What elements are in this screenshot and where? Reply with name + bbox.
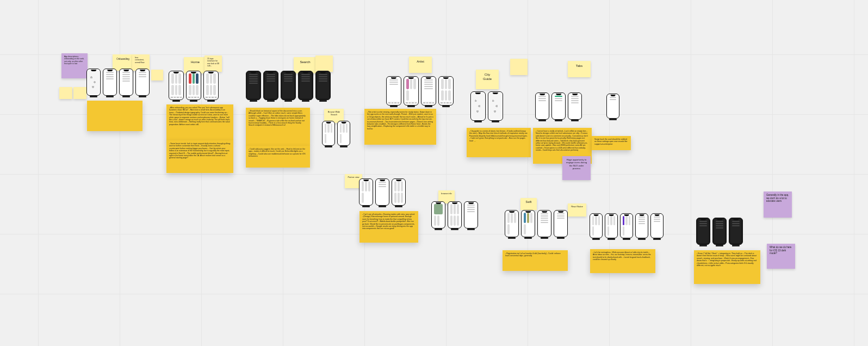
sticky-rn-notes[interactable]: - Let's be not-tagless - Web carouser-Id… <box>590 249 655 273</box>
phones-onboarding <box>86 69 150 96</box>
sticky-cityguide-mini[interactable] <box>510 59 528 75</box>
phones-search <box>246 71 331 100</box>
sticky-search-mini[interactable] <box>315 55 333 72</box>
sticky-search-notes[interactable]: - Should block on historical aspect of t… <box>246 108 310 146</box>
sticky-app-description[interactable]: App descriptions, onboarding on the web,… <box>61 53 88 78</box>
sticky-educate-users[interactable]: Generally in the app, we don't do a lot … <box>764 191 792 218</box>
section-label-tabs[interactable]: Tabs <box>568 61 591 77</box>
phones-tabs <box>535 92 582 120</box>
section-label-swift[interactable]: Swift <box>520 198 537 210</box>
sticky-cityguide-notes[interactable]: - City guide is a series of alarm, but s… <box>467 128 531 157</box>
sticky-home-notes[interactable]: - After onboarding, you are asked "For y… <box>166 104 233 141</box>
sticky-home-side[interactable]: 25 taps minimum for one look at 30 sub..… <box>204 55 222 72</box>
phones-browse-info <box>431 201 478 228</box>
phones-browse-wide <box>322 121 350 146</box>
sticky-darkmode-notes[interactable]: - Know l "full like ! Real-" + integrati… <box>694 250 760 284</box>
sticky-tabs-side[interactable]: Swipe back the card should be subbed on … <box>592 136 631 150</box>
phones-partner <box>359 178 406 206</box>
sticky-onboarding-left-mini2[interactable] <box>73 87 86 99</box>
sticky-swift-notes[interactable]: - Registration isn't of as hassles & did… <box>503 250 568 271</box>
sticky-onboarding-left-mini[interactable] <box>59 87 72 99</box>
sticky-onboarding-notes[interactable] <box>87 101 142 131</box>
sticky-onboarding-phone-tag[interactable] <box>151 70 163 81</box>
sticky-artist-notes-real[interactable]: - Not artist is artist viewing, especial… <box>364 109 436 145</box>
phones-artist <box>386 76 454 106</box>
sticky-nlo-opportunity[interactable]: Huge opportunity to engage users during … <box>562 156 591 180</box>
section-label-cityguide[interactable]: City Guide <box>476 70 499 89</box>
phones-tabs-right <box>606 94 619 119</box>
section-label-artist[interactable]: Artist <box>409 57 432 73</box>
section-label-react-native[interactable]: React Native <box>568 203 586 217</box>
phones-cityguide <box>470 91 503 121</box>
phones-react-native <box>590 213 664 238</box>
sticky-partner-notes[interactable]: - Can't see all artworks - Drawing modes… <box>359 211 418 243</box>
phones-home <box>169 71 219 100</box>
sticky-dark-mode-question[interactable]: What do we do here for iOS 13 dark mode? <box>767 244 795 269</box>
phones-swift <box>505 210 568 237</box>
sticky-search-notes2[interactable]: - Could add-auto-suggest, like we the we… <box>246 146 310 168</box>
phones-darkmode <box>696 218 743 245</box>
sticky-home-notes2[interactable]: - Same basic trends: lack in input-reque… <box>166 140 233 173</box>
